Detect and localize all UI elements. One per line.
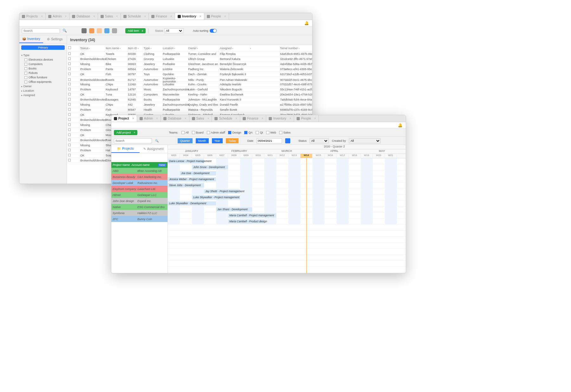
tab-people[interactable]: People× (294, 115, 319, 122)
week-cell[interactable]: W04 (180, 154, 192, 158)
select-all-checkbox[interactable] (68, 46, 71, 49)
close-icon[interactable]: × (224, 15, 226, 18)
week-cell[interactable]: W21 (385, 154, 397, 158)
table-row[interactable]: MissingChips442JeweleryZachodniopomorski… (67, 102, 312, 107)
tab-admin[interactable]: Admin× (46, 13, 69, 20)
project-row[interactable]: NativeESG Commercial Bro (111, 204, 167, 210)
range-quarter[interactable]: Quarter (178, 138, 193, 143)
row-checkbox[interactable] (68, 128, 71, 131)
week-cell[interactable]: W12 (276, 154, 288, 158)
close-icon[interactable]: × (170, 15, 172, 18)
table-row[interactable]: OKFish90797ToysOpolskieDach - ZemlakFryd… (67, 72, 312, 77)
row-checkbox[interactable] (68, 98, 71, 101)
tab-projects[interactable]: Projects× (19, 13, 46, 20)
sidebar-tab-projects[interactable]: 📁 Projects (111, 145, 140, 153)
week-cell[interactable]: W11 (264, 154, 276, 158)
row-checkbox[interactable] (68, 68, 71, 70)
team-qt[interactable]: Qt (256, 131, 263, 134)
sidebar-tab-inventory[interactable]: 📦 Inventory (19, 35, 43, 43)
week-cell[interactable]: W07 (216, 154, 228, 158)
tree-assigned[interactable]: Assigned (21, 93, 65, 97)
checkbox[interactable] (24, 72, 27, 75)
col-location[interactable]: Location (163, 47, 188, 50)
row-checkbox[interactable] (68, 118, 71, 121)
tab-database[interactable]: Database× (69, 13, 98, 20)
team-board[interactable]: Board (192, 131, 204, 134)
checkbox[interactable] (207, 131, 210, 134)
tab-schedule[interactable]: Schedule× (212, 115, 240, 122)
week-cell[interactable]: W20 (373, 154, 385, 158)
bell-icon[interactable]: 🔔 (304, 21, 309, 25)
checkbox[interactable] (24, 76, 27, 79)
table-row[interactable]: ProblemKeyboard14797MusicZachodniopomors… (67, 87, 312, 92)
row-checkbox[interactable] (68, 83, 71, 85)
tool-button-3[interactable] (104, 28, 109, 33)
project-row[interactable]: Bussiness BeautyC&A Marketing Inc. (111, 174, 167, 180)
row-checkbox[interactable] (68, 113, 71, 116)
date-input[interactable] (257, 138, 282, 143)
filter-button[interactable] (82, 28, 87, 33)
col-status[interactable]: Status (80, 47, 106, 50)
week-cell[interactable]: W13 (288, 154, 300, 158)
tree-leaf[interactable]: Computers (21, 62, 65, 66)
week-cell[interactable]: W19 (361, 154, 373, 158)
row-checkbox[interactable] (68, 134, 71, 136)
range-today[interactable]: Today (226, 138, 239, 143)
task-bar[interactable]: Jessica Weber - Project management (168, 177, 216, 181)
table-row[interactable]: Broken/sold/devotedSausages81845BooksPod… (67, 97, 312, 102)
close-icon[interactable]: × (144, 15, 146, 18)
add-project-button[interactable]: Add project (114, 130, 137, 135)
checkbox[interactable] (192, 131, 195, 134)
tree-leaf[interactable]: Office equipments (21, 80, 65, 84)
task-bar[interactable]: Joe Doe - Development (180, 171, 216, 175)
checkbox[interactable] (279, 131, 282, 134)
tab-people[interactable]: People× (204, 13, 229, 20)
task-bar[interactable]: Daria Lenow - Project management (168, 159, 204, 163)
bell-icon[interactable]: 🔔 (398, 123, 403, 127)
close-icon[interactable]: × (207, 117, 209, 120)
project-row[interactable]: Developer LalakRaBusiness Inc. (111, 180, 167, 186)
sidebar-tab-settings[interactable]: ⚙ Settings (43, 35, 67, 43)
tree-leaf[interactable]: Books (21, 66, 65, 71)
row-checkbox[interactable] (68, 144, 71, 146)
status-filter[interactable]: All (164, 28, 183, 33)
row-checkbox[interactable] (68, 88, 71, 90)
tab-database[interactable]: Database× (161, 115, 189, 122)
table-row[interactable]: ProblemPants68564AutomotiveŁódzkiePadber… (67, 67, 312, 72)
tree-leaf[interactable]: Electronics devices (21, 57, 65, 62)
row-checkbox[interactable] (68, 154, 71, 156)
week-cell[interactable]: W15 (312, 154, 325, 158)
row-checkbox[interactable] (68, 73, 71, 75)
table-row[interactable]: ProblemFish80947HealthPodkarpackieWatsic… (67, 107, 312, 112)
task-bar[interactable]: Jay Shetti - Project management (204, 189, 240, 193)
project-row[interactable]: ZFCBunny Coin (111, 216, 167, 222)
team-sales[interactable]: Sales (279, 131, 291, 134)
close-icon[interactable]: × (262, 117, 264, 120)
row-checkbox[interactable] (68, 52, 71, 55)
tool-button-2[interactable] (97, 28, 102, 33)
timeline[interactable]: 2020 - Quarter 2 JANUARYFEBRUARYMARCHAPR… (168, 145, 406, 273)
tab-sales[interactable]: Sales× (98, 13, 121, 20)
col-itemid[interactable]: Item ID (128, 47, 144, 50)
task-bar[interactable]: John Snow - Development (192, 165, 228, 169)
search-input[interactable] (22, 28, 60, 33)
createdby-select[interactable]: All (349, 138, 381, 143)
task-bar[interactable]: Steve Jobs - Development (168, 183, 204, 187)
task-bar[interactable]: Maria Cambell - Project management (228, 213, 276, 218)
close-icon[interactable]: × (116, 15, 118, 18)
row-checkbox[interactable] (68, 123, 71, 126)
tab-finance[interactable]: Finance× (149, 13, 175, 20)
task-bar[interactable]: Luke Skywalker - Development (168, 201, 216, 206)
tab-finance[interactable]: Finance× (240, 115, 266, 122)
checkbox[interactable] (24, 58, 27, 61)
project-search[interactable] (114, 138, 152, 143)
team-design[interactable]: Design (228, 131, 241, 134)
table-row[interactable]: OKTuna12116ComputersMazowieckieKeeling -… (67, 92, 312, 97)
col-assigned[interactable]: Assigned (220, 47, 250, 50)
row-checkbox[interactable] (68, 103, 71, 106)
tab-project[interactable]: Project× (111, 115, 137, 122)
table-row[interactable]: Broken/sold/devotedTowels81717Automotive… (67, 77, 312, 82)
week-cell[interactable]: W05 (192, 154, 204, 158)
tree-type[interactable]: Type (21, 53, 65, 57)
close-icon[interactable]: × (290, 117, 292, 120)
